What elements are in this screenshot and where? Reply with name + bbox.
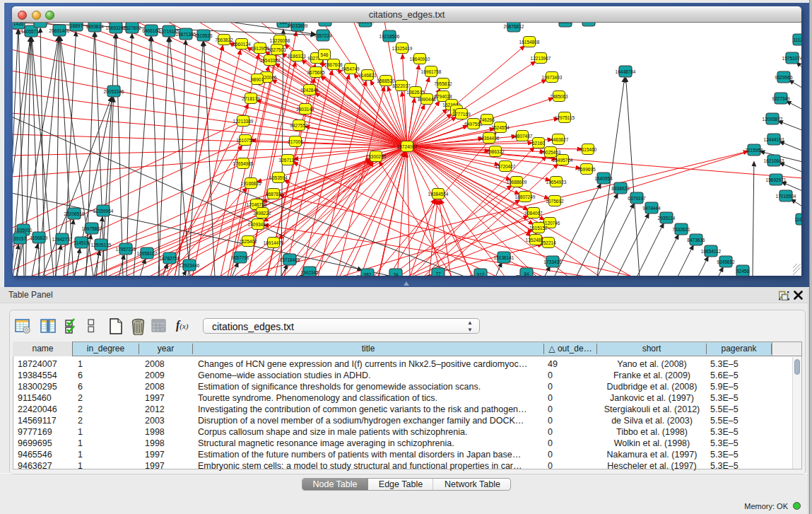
- svg-text:8473636: 8473636: [687, 238, 705, 243]
- svg-text:18495764: 18495764: [553, 158, 573, 163]
- svg-text:18807249: 18807249: [515, 194, 536, 199]
- svg-text:7955812: 7955812: [434, 81, 452, 86]
- svg-text:2867608: 2867608: [324, 62, 343, 67]
- svg-text:9023: 9023: [584, 23, 594, 23]
- svg-text:14055714: 14055714: [21, 29, 42, 34]
- svg-text:8660124: 8660124: [233, 42, 251, 47]
- svg-text:10688609: 10688609: [507, 180, 527, 185]
- svg-text:10973493: 10973493: [542, 75, 563, 80]
- svg-text:8990448: 8990448: [418, 97, 436, 102]
- svg-text:10025453: 10025453: [541, 150, 561, 155]
- svg-text:114519: 114519: [73, 240, 89, 245]
- svg-text:8938923: 8938923: [611, 186, 630, 191]
- svg-text:13226058: 13226058: [270, 38, 290, 43]
- svg-text:6794028: 6794028: [434, 94, 452, 99]
- svg-text:12213967: 12213967: [531, 56, 551, 61]
- svg-text:16033809: 16033809: [288, 23, 308, 28]
- svg-text:15720407: 15720407: [495, 164, 516, 169]
- svg-text:14093484: 14093484: [248, 222, 269, 227]
- svg-text:746266: 746266: [479, 117, 495, 122]
- svg-text:1527602: 1527602: [123, 25, 141, 30]
- svg-text:1353594: 1353594: [269, 175, 288, 180]
- svg-text:34: 34: [393, 272, 399, 276]
- svg-text:3624554: 3624554: [491, 125, 510, 130]
- svg-text:7515526: 7515526: [194, 33, 213, 38]
- svg-text:9245652: 9245652: [717, 259, 735, 264]
- svg-text:16543382: 16543382: [260, 58, 281, 63]
- svg-text:12505135: 12505135: [91, 243, 112, 247]
- svg-text:10958107: 10958107: [137, 251, 158, 256]
- svg-text:3215958: 3215958: [745, 148, 763, 153]
- svg-text:13325419: 13325419: [392, 46, 413, 51]
- svg-text:15136141: 15136141: [494, 255, 514, 260]
- svg-text:9474444: 9474444: [642, 206, 661, 211]
- svg-text:12359964: 12359964: [93, 209, 114, 214]
- svg-text:39157: 39157: [13, 236, 26, 241]
- svg-text:9227349: 9227349: [772, 96, 790, 101]
- svg-text:1342345: 1342345: [300, 270, 319, 275]
- svg-text:1893814: 1893814: [86, 24, 104, 29]
- svg-text:3267110: 3267110: [279, 158, 297, 163]
- svg-text:9146821: 9146821: [358, 73, 377, 78]
- svg-text:7357224: 7357224: [314, 33, 332, 38]
- svg-text:17016504: 17016504: [776, 194, 796, 199]
- svg-text:1156829: 1156829: [30, 235, 48, 240]
- svg-text:9657791: 9657791: [231, 255, 249, 260]
- svg-text:12093872: 12093872: [763, 117, 783, 122]
- svg-text:11123: 11123: [793, 37, 801, 42]
- svg-text:1075692: 1075692: [546, 199, 564, 204]
- svg-text:20876812: 20876812: [504, 24, 524, 29]
- svg-text:16448784: 16448784: [616, 69, 636, 74]
- svg-text:1733436: 1733436: [543, 259, 562, 264]
- svg-text:18640910: 18640910: [410, 57, 430, 62]
- svg-text:7932621: 7932621: [672, 227, 690, 232]
- svg-text:8813054: 8813054: [356, 23, 375, 24]
- svg-text:9329966: 9329966: [775, 75, 793, 80]
- svg-text:18300295: 18300295: [366, 154, 387, 159]
- svg-text:16914479: 16914479: [264, 240, 284, 245]
- svg-text:8322037: 8322037: [392, 83, 411, 88]
- svg-text:8186323: 8186323: [288, 54, 306, 59]
- svg-text:8454749: 8454749: [341, 66, 360, 71]
- svg-text:12213389: 12213389: [233, 119, 254, 124]
- svg-text:16782759: 16782759: [160, 256, 180, 261]
- svg-text:62160: 62160: [532, 141, 545, 146]
- svg-text:10807487: 10807487: [512, 134, 533, 139]
- svg-text:1640954: 1640954: [594, 176, 613, 181]
- svg-text:19166825: 19166825: [241, 181, 261, 186]
- svg-text:6497568: 6497568: [464, 122, 483, 127]
- svg-text:17654985: 17654985: [233, 161, 254, 166]
- svg-text:12923446: 12923446: [180, 263, 200, 268]
- svg-text:9115460: 9115460: [579, 147, 597, 152]
- svg-text:6466160: 6466160: [142, 28, 160, 33]
- svg-text:10654112: 10654112: [701, 249, 722, 254]
- svg-text:20691406: 20691406: [49, 28, 70, 33]
- svg-text:14463627: 14463627: [548, 137, 569, 142]
- svg-text:19654923: 19654923: [546, 180, 567, 185]
- svg-text:12942737: 12942737: [52, 237, 73, 242]
- svg-text:20206516: 20206516: [64, 211, 85, 216]
- svg-text:9327503: 9327503: [268, 47, 286, 52]
- svg-text:19218506: 19218506: [379, 34, 400, 39]
- svg-text:2803144: 2803144: [296, 107, 314, 112]
- svg-text:1588520: 1588520: [377, 78, 395, 83]
- svg-text:1610755: 1610755: [236, 138, 254, 143]
- svg-text:8912958: 8912958: [251, 46, 269, 51]
- svg-text:64: 64: [524, 271, 529, 276]
- svg-text:3675685: 3675685: [307, 70, 325, 75]
- svg-text:546: 546: [321, 52, 329, 57]
- svg-text:7663822: 7663822: [215, 37, 233, 42]
- svg-text:116753: 116753: [794, 217, 801, 222]
- svg-text:17046788: 17046788: [247, 202, 267, 207]
- svg-text:16961758: 16961758: [421, 69, 442, 74]
- svg-text:16154808: 16154808: [519, 40, 540, 45]
- svg-text:982: 982: [364, 272, 372, 276]
- svg-text:12975115: 12975115: [555, 115, 575, 120]
- svg-text:9242848: 9242848: [300, 88, 319, 93]
- svg-text:92456: 92456: [736, 269, 749, 274]
- svg-text:9699695: 9699695: [577, 167, 596, 172]
- svg-text:16210643: 16210643: [764, 158, 784, 163]
- svg-text:2935114: 2935114: [658, 216, 676, 221]
- svg-text:77: 77: [435, 271, 441, 276]
- svg-text:868783: 868783: [266, 192, 281, 197]
